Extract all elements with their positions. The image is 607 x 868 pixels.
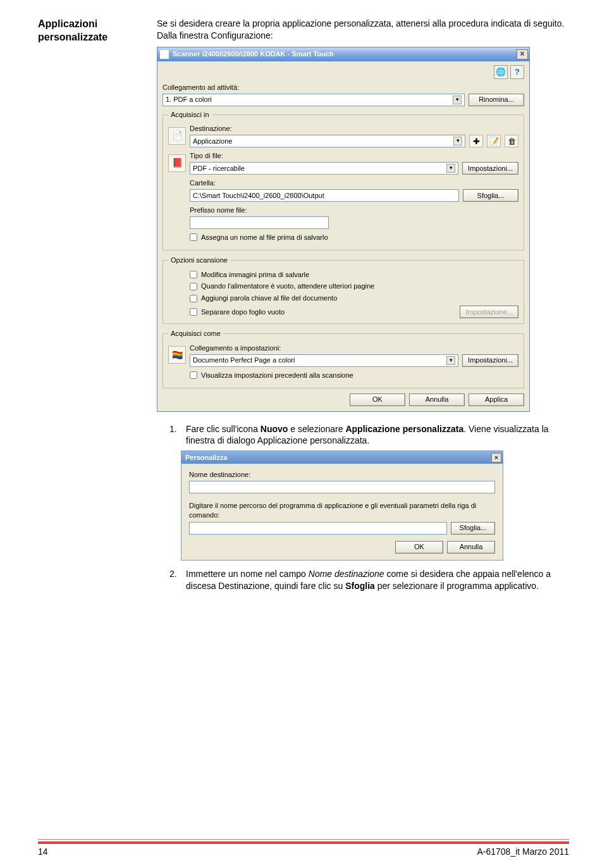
chevron-down-icon: ▾ — [446, 356, 455, 365]
show-settings-checkbox[interactable]: Visualizza impostazioni precedenti alla … — [190, 371, 518, 380]
trash-icon[interactable]: 🗑 — [505, 135, 518, 147]
prefix-label: Prefisso nome file: — [190, 206, 518, 215]
page: Applicazioni personalizzate Se si deside… — [0, 0, 607, 868]
globe-icon[interactable]: 🌐 — [494, 65, 508, 79]
activity-row: 1. PDF a colori ▾ Rinomina... — [162, 94, 524, 106]
destination-row: 📄 Destinazione: Applicazione ▾ ✚ 📝 — [168, 124, 518, 147]
acquire-in-legend: Acquisisci in — [168, 110, 212, 120]
titlebar: Scanner i2400/i2600/i2800 KODAK - Smart … — [157, 47, 529, 61]
program-browse-button[interactable]: Sfoglia... — [451, 522, 495, 535]
settings-link-label: Collegamento a impostazioni: — [190, 344, 518, 353]
close-icon[interactable]: × — [517, 49, 528, 59]
destination-label: Destinazione: — [190, 124, 518, 133]
config-window: Scanner i2400/i2600/i2800 KODAK - Smart … — [157, 47, 530, 412]
show-settings-label: Visualizza impostazioni precedenti alla … — [201, 371, 353, 380]
folder-input[interactable]: C:\Smart Touch\i2400_i2600_i2800\Output — [190, 189, 459, 202]
app-icon — [160, 50, 169, 59]
keyword-checkbox[interactable]: Aggiungi parola chiave al file del docum… — [190, 294, 518, 303]
separate-blank-checkbox[interactable]: Separare dopo foglio vuoto — [190, 307, 285, 317]
step-1: 1. Fare clic sull'icona Nuovo e selezion… — [169, 423, 569, 447]
cancel-button[interactable]: Annulla — [409, 394, 465, 406]
ok-button[interactable]: OK — [395, 541, 443, 554]
program-path-label: Digitare il nome percorso del programma … — [189, 501, 495, 519]
name-before-save-label: Assegna un nome al file prima di salvarl… — [201, 233, 328, 242]
checkbox-icon[interactable] — [190, 371, 197, 379]
checkbox-icon[interactable] — [190, 283, 197, 290]
folder-label: Cartella: — [190, 178, 518, 188]
close-icon[interactable]: × — [491, 453, 501, 462]
cancel-button[interactable]: Annulla — [447, 541, 495, 554]
chevron-down-icon: ▾ — [453, 137, 462, 146]
checkbox-icon[interactable] — [190, 308, 197, 316]
folder-value: C:\Smart Touch\i2400_i2600_i2800\Output — [193, 191, 324, 201]
activity-label: Collegamento ad attività: — [162, 83, 524, 92]
destination-value: Applicazione — [193, 137, 232, 146]
wait-pages-label: Quando l'alimentatore è vuoto, attendere… — [201, 282, 374, 291]
dlg2-title: Personalizza — [185, 453, 491, 462]
filetype-row: 📕 Tipo di file: PDF - ricercabile ▾ Impo… — [168, 151, 518, 175]
wait-pages-checkbox[interactable]: Quando l'alimentatore è vuoto, attendere… — [190, 282, 518, 291]
checkbox-icon[interactable] — [190, 233, 197, 241]
filetype-label: Tipo di file: — [190, 151, 518, 161]
scan-options-legend: Opzioni scansione — [168, 256, 230, 265]
window-body: 🌐 ? Collegamento ad attività: 1. PDF a c… — [157, 61, 529, 411]
pdf-icon: 📕 — [168, 154, 186, 172]
color-icon: 🏳️‍🌈 — [168, 346, 186, 364]
edit-images-label: Modifica immagini prima di salvarle — [201, 270, 309, 280]
side-heading: Applicazioni personalizzate — [38, 18, 139, 596]
checkbox-icon[interactable] — [190, 295, 197, 302]
rename-button[interactable]: Rinomina... — [469, 94, 524, 106]
help-icon[interactable]: ? — [510, 65, 524, 79]
window-title: Scanner i2400/i2600/i2800 KODAK - Smart … — [173, 49, 517, 59]
dlg2-titlebar: Personalizza × — [181, 451, 503, 464]
dialog-footer-buttons: OK Annulla Applica — [162, 394, 524, 406]
divider-line — [38, 839, 569, 840]
activity-combo[interactable]: 1. PDF a colori ▾ — [162, 94, 465, 106]
doc-code: A-61708_it Marzo 2011 — [477, 846, 569, 857]
activity-value: 1. PDF a colori — [166, 95, 212, 104]
prefix-input[interactable] — [190, 216, 329, 229]
dlg2-body: Nome destinazione: Digitare il nome perc… — [181, 464, 503, 559]
filetype-settings-button[interactable]: Impostazioni... — [462, 162, 518, 175]
folder-browse-button[interactable]: Sfoglia... — [463, 189, 518, 202]
dest-name-label: Nome destinazione: — [189, 470, 495, 480]
step-2: 2. Immettere un nome nel campo Nome dest… — [169, 568, 569, 592]
apply-button[interactable]: Applica — [469, 394, 524, 406]
page-number: 14 — [38, 846, 48, 857]
filetype-combo[interactable]: PDF - ricercabile ▾ — [190, 162, 458, 175]
intro-text: Se si desidera creare la propria applica… — [157, 18, 569, 42]
edit-images-checkbox[interactable]: Modifica immagini prima di salvarle — [190, 270, 518, 280]
plus-icon[interactable]: ✚ — [469, 135, 483, 147]
edit-icon[interactable]: 📝 — [487, 135, 501, 147]
document-icon: 📄 — [168, 127, 186, 145]
acquire-as-group: Acquisisci come 🏳️‍🌈 Collegamento a impo… — [162, 329, 524, 388]
filetype-value: PDF - ricercabile — [193, 164, 245, 173]
chevron-down-icon: ▾ — [446, 164, 455, 173]
step-2-text: Immettere un nome nel campo Nome destina… — [186, 568, 569, 592]
content-columns: Applicazioni personalizzate Se si deside… — [38, 18, 569, 596]
settings-link-button[interactable]: Impostazioni... — [462, 354, 518, 367]
settings-link-combo[interactable]: Documento Perfect Page a colori ▾ — [190, 354, 458, 367]
program-path-input[interactable] — [189, 522, 447, 535]
separate-blank-label: Separare dopo foglio vuoto — [201, 307, 285, 317]
dlg2-footer-buttons: OK Annulla — [189, 541, 495, 554]
acquire-as-legend: Acquisisci come — [168, 329, 223, 338]
destination-combo[interactable]: Applicazione ▾ — [190, 135, 465, 147]
keyword-label: Aggiungi parola chiave al file del docum… — [201, 294, 337, 303]
name-before-save-checkbox[interactable]: Assegna un nome al file prima di salvarl… — [190, 233, 518, 242]
main-column: Se si desidera creare la propria applica… — [157, 18, 569, 596]
ok-button[interactable]: OK — [350, 394, 405, 406]
step-1-text: Fare clic sull'icona Nuovo e selezionare… — [186, 423, 569, 447]
step-1-number: 1. — [169, 423, 181, 447]
acquire-in-group: Acquisisci in 📄 Destinazione: Applicazio… — [162, 110, 524, 251]
page-footer: 14 A-61708_it Marzo 2011 — [38, 841, 569, 857]
chevron-down-icon: ▾ — [453, 96, 462, 104]
settings-link-row: 🏳️‍🌈 Collegamento a impostazioni: Docume… — [168, 344, 518, 367]
settings-link-value: Documento Perfect Page a colori — [193, 356, 295, 365]
customize-dialog: Personalizza × Nome destinazione: Digita… — [181, 450, 503, 560]
dest-name-input[interactable] — [189, 481, 495, 493]
scan-options-group: Opzioni scansione Modifica immagini prim… — [162, 256, 524, 324]
blank-settings-button: Impostazione... — [460, 306, 518, 318]
checkbox-icon[interactable] — [190, 271, 197, 278]
step-2-number: 2. — [169, 568, 181, 592]
